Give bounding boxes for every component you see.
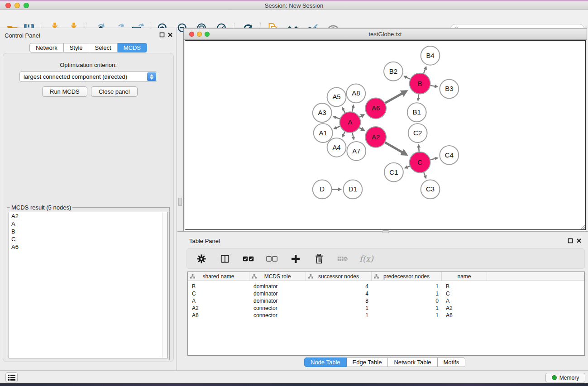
network-window-titlebar[interactable]: testGlobe.txt	[184, 29, 587, 40]
graph-edge-A-A5[interactable]	[342, 108, 345, 113]
hierarchy-icon	[190, 274, 195, 279]
graph-node-C2[interactable]: C2	[408, 124, 427, 143]
table-cell: B	[188, 283, 249, 290]
graph-edge-A-A3[interactable]	[334, 117, 340, 119]
graph-edge-A-A4[interactable]	[342, 132, 345, 137]
table-row[interactable]: Bdominator41B	[188, 283, 584, 290]
list-item[interactable]: A2	[9, 212, 167, 220]
mcds-list-scrollbar[interactable]	[162, 212, 167, 358]
show-columns-button[interactable]	[218, 252, 232, 266]
app-title: Session: New Session	[0, 2, 588, 9]
graph-edge-B-B2[interactable]	[404, 76, 410, 79]
graph-node-A2[interactable]: A2	[365, 127, 386, 148]
svg-text:A2: A2	[372, 133, 380, 141]
graph-node-C1[interactable]: C1	[384, 163, 403, 182]
gear-icon	[196, 254, 206, 264]
delete-row-button[interactable]	[312, 252, 326, 266]
svg-text:C3: C3	[426, 185, 435, 193]
column-header-shared-name[interactable]: shared name	[188, 272, 249, 281]
graph-node-A1[interactable]: A1	[314, 124, 333, 143]
tab-edge-table[interactable]: Edge Table	[347, 357, 388, 367]
graph-node-B2[interactable]: B2	[384, 62, 403, 81]
tab-motifs[interactable]: Motifs	[438, 357, 466, 367]
resize-grip[interactable]	[579, 223, 585, 229]
run-mcds-button[interactable]: Run MCDS	[42, 86, 87, 97]
graph-node-C3[interactable]: C3	[421, 180, 440, 199]
vertical-divider-handle[interactable]	[178, 198, 182, 206]
table-row[interactable]: Adominator80A	[188, 297, 584, 305]
tab-network[interactable]: Network	[29, 43, 64, 52]
deselect-all-button[interactable]	[265, 252, 279, 266]
graph-edge-B-B3[interactable]	[430, 86, 437, 87]
float-panel-icon[interactable]	[159, 32, 165, 38]
tab-mcds[interactable]: MCDS	[118, 43, 147, 52]
graph-edge-C-C4[interactable]	[430, 158, 438, 160]
graph-node-D[interactable]: D	[313, 180, 332, 199]
list-item[interactable]: A6	[9, 243, 167, 251]
graph-edge-A2-C[interactable]	[385, 143, 406, 155]
graph-node-D1[interactable]: D1	[343, 180, 362, 199]
table-row[interactable]: A6connector11A6	[188, 312, 584, 319]
tab-network-table[interactable]: Network Table	[388, 357, 437, 367]
table-cell: B	[442, 283, 487, 290]
network-canvas[interactable]: AA1A2A3A4A5A6A7A8BB1B2B3B4CC1C2C3C4DD1	[185, 40, 586, 230]
column-header-predecessor-nodes[interactable]: predecessor nodes	[372, 272, 442, 281]
graph-edge-A-A8[interactable]	[352, 105, 354, 111]
graph-edge-A-A7[interactable]	[352, 133, 354, 139]
table-cell: 1	[372, 290, 442, 297]
function-icon: f(x)	[359, 254, 373, 263]
graph-node-B3[interactable]: B3	[440, 80, 459, 99]
graph-node-B4[interactable]: B4	[421, 46, 440, 65]
graph-edge-A-A6[interactable]	[359, 114, 364, 117]
criterion-dropdown[interactable]: largest connected component (directed)	[19, 71, 157, 82]
graph-edge-C-C3[interactable]	[424, 172, 426, 178]
close-panel-icon[interactable]	[167, 32, 173, 38]
tab-node-table[interactable]: Node Table	[304, 357, 347, 367]
graph-node-A8[interactable]: A8	[346, 84, 365, 103]
graph-edge-A-A1[interactable]	[334, 126, 340, 129]
task-history-button[interactable]	[5, 372, 18, 382]
column-header-successor-nodes[interactable]: successor nodes	[306, 272, 372, 281]
hierarchy-icon	[252, 274, 257, 279]
table-row[interactable]: A2connector11A2	[188, 305, 584, 312]
svg-text:A4: A4	[332, 143, 340, 151]
svg-text:B3: B3	[445, 85, 453, 92]
graph-node-A5[interactable]: A5	[327, 88, 346, 107]
svg-text:A3: A3	[318, 109, 326, 116]
graph-node-A3[interactable]: A3	[313, 103, 332, 122]
list-item[interactable]: B	[9, 228, 167, 235]
graph-node-A[interactable]: A	[339, 112, 360, 133]
graph-node-B1[interactable]: B1	[407, 103, 426, 122]
list-item[interactable]: C	[9, 235, 167, 243]
tab-select[interactable]: Select	[89, 43, 118, 52]
memory-button[interactable]: Memory	[545, 373, 585, 382]
graph-edge-B-B1[interactable]	[418, 94, 419, 100]
graph-node-B[interactable]: B	[410, 73, 430, 94]
graph-edge-B-B4[interactable]	[424, 67, 426, 74]
graph-edge-A-A2[interactable]	[359, 128, 364, 130]
graph-node-A6[interactable]: A6	[365, 98, 386, 119]
table-settings-button[interactable]	[195, 252, 208, 266]
column-header-name[interactable]: name	[442, 272, 487, 281]
graph-edge-C-C1[interactable]	[405, 166, 410, 168]
select-all-button[interactable]	[242, 252, 255, 266]
graph-node-C[interactable]: C	[410, 152, 430, 173]
graph-edge-A6-B[interactable]	[385, 91, 406, 103]
tab-style[interactable]: Style	[64, 43, 89, 52]
column-header-mcds-role[interactable]: MCDS role	[249, 272, 306, 281]
table-row[interactable]: Cdominator41C	[188, 290, 584, 297]
graph-node-C4[interactable]: C4	[440, 146, 459, 165]
close-panel-icon[interactable]	[576, 238, 582, 243]
svg-text:D1: D1	[349, 185, 357, 193]
float-panel-icon[interactable]	[568, 238, 573, 243]
table-toolbar: f(x)	[186, 248, 585, 269]
graph-node-A4[interactable]: A4	[327, 138, 346, 157]
list-item[interactable]: A	[9, 220, 167, 228]
graph-edge-C-C2[interactable]	[419, 145, 419, 152]
add-row-button[interactable]	[289, 252, 302, 266]
app-titlebar: Session: New Session	[0, 1, 588, 10]
table-cell: A2	[188, 305, 249, 312]
graph-node-A7[interactable]: A7	[347, 142, 366, 161]
close-panel-button[interactable]: Close panel	[91, 86, 138, 97]
table-cell: A	[442, 297, 487, 305]
